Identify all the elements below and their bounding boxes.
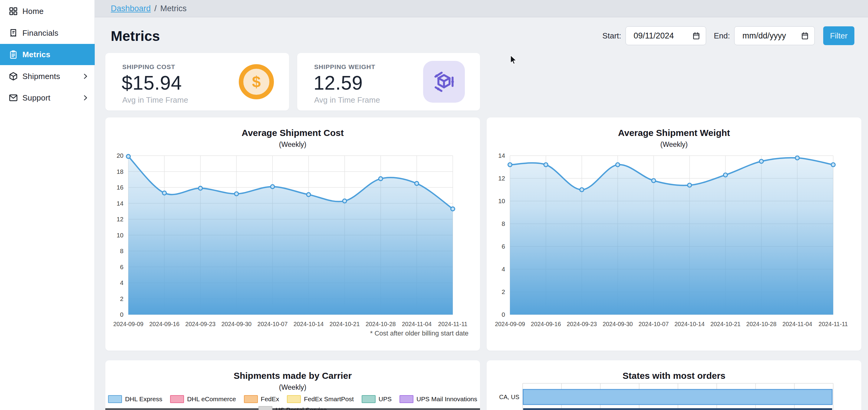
sidebar-item-label: Financials [22,28,58,38]
stat-card-value: $15.94 [122,72,182,94]
chart-area-fill [510,158,833,315]
start-date-input[interactable]: 09/11/2024 [626,26,706,45]
svg-text:12: 12 [498,175,505,182]
svg-text:2024-10-21: 2024-10-21 [710,321,741,327]
svg-text:2024-09-23: 2024-09-23 [566,321,597,327]
svg-text:2024-10-28: 2024-10-28 [366,321,396,327]
svg-text:14: 14 [498,152,505,159]
states-bar-chart: CA, US [487,379,861,410]
legend-item-dhl-express[interactable]: DHL Express [108,395,162,403]
end-date-label: End: [714,31,730,40]
avg-shipment-weight-chart-card: 024681012142024-09-092024-09-162024-09-2… [487,117,861,351]
svg-text:10: 10 [498,198,505,204]
svg-text:2024-09-16: 2024-09-16 [149,321,180,327]
legend-label: DHL Express [125,396,162,403]
avg-shipment-cost-chart-card: 024681012141618202024-09-092024-09-16202… [105,117,480,351]
sidebar-item-label: Support [22,93,50,102]
calendar-icon[interactable] [801,32,809,40]
svg-text:16: 16 [117,184,123,191]
avg-shipment-weight-chart: 024681012142024-09-092024-09-162024-09-2… [487,117,861,351]
states-most-orders-card: States with most orders CA, US [487,360,861,410]
sidebar-item-support[interactable]: Support [0,90,95,106]
legend-item-ups[interactable]: UPS [362,395,392,403]
stat-card-label: SHIPPING COST [122,63,175,70]
legend-label: FedEx SmartPost [304,396,354,403]
chart-subtitle: (Weekly) [105,141,480,149]
svg-text:10: 10 [117,232,123,239]
grid-icon [8,6,18,16]
svg-text:2024-09-23: 2024-09-23 [185,321,216,327]
package-dimensions-icon [423,61,465,102]
svg-text:0: 0 [120,311,123,318]
clipboard-icon [8,50,18,59]
svg-text:2024-10-21: 2024-10-21 [330,321,360,327]
states-bar-clipped [523,408,832,410]
end-date-input[interactable]: mm/dd/yyyy [734,26,815,45]
svg-text:2024-09-30: 2024-09-30 [221,321,251,327]
carrier-legend: DHL ExpressDHL eCommerceFedExFedEx Smart… [105,395,480,410]
legend-item-fedex-smartpost[interactable]: FedEx SmartPost [287,395,354,403]
svg-text:CA, US: CA, US [499,394,519,400]
svg-text:2024-10-28: 2024-10-28 [746,321,777,327]
chevron-right-icon [82,72,89,80]
svg-text:2024-10-14: 2024-10-14 [293,321,324,327]
legend-label: DHL eCommerce [187,396,236,403]
svg-text:4: 4 [502,266,505,272]
legend-label: FedEx [261,396,279,403]
sidebar-item-metrics[interactable]: Metrics [0,44,95,65]
legend-swatch [108,395,122,403]
states-bar-ca [523,389,832,405]
avg-shipment-cost-chart: 024681012141618202024-09-092024-09-16202… [105,117,480,351]
svg-text:2024-11-04: 2024-11-04 [402,321,432,327]
sidebar-item-financials[interactable]: Financials [0,25,95,40]
sidebar: HomeFinancialsMetricsShipmentsSupport [0,0,95,410]
legend-item-fedex[interactable]: FedEx [244,395,279,403]
legend-row: US Postal Service [105,406,480,410]
svg-text:6: 6 [502,243,505,250]
svg-text:2024-09-09: 2024-09-09 [113,321,144,327]
svg-text:2024-11-11: 2024-11-11 [438,321,468,327]
svg-text:6: 6 [120,263,123,270]
stat-card-label: SHIPPING WEIGHT [314,63,375,70]
svg-text:2: 2 [502,288,505,295]
legend-label: UPS [379,396,392,403]
svg-text:20: 20 [117,152,123,159]
svg-text:2024-11-04: 2024-11-04 [782,321,812,327]
sidebar-item-label: Shipments [22,72,60,81]
legend-swatch [244,395,258,403]
svg-text:18: 18 [117,168,123,175]
svg-text:0: 0 [502,311,505,318]
chart-footnote: * Cost after older billing start date [370,329,468,337]
legend-row: DHL ExpressDHL eCommerceFedExFedEx Smart… [105,395,480,403]
sidebar-item-shipments[interactable]: Shipments [0,69,95,84]
page-title: Metrics [111,28,160,44]
cube-icon [8,71,18,81]
svg-text:2024-10-07: 2024-10-07 [639,321,669,327]
svg-text:2024-09-16: 2024-09-16 [531,321,561,327]
start-date-value: 09/11/2024 [634,31,674,40]
mail-icon [8,93,18,102]
chart-title: Shipments made by Carrier [105,371,480,381]
calendar-icon[interactable] [692,32,700,40]
start-date-label: Start: [602,31,621,40]
sidebar-item-home[interactable]: Home [0,4,95,19]
legend-item-ups-mail-innovations[interactable]: UPS Mail Innovations [400,395,477,403]
mouse-cursor [508,54,519,65]
svg-text:2024-10-07: 2024-10-07 [257,321,288,327]
chart-subtitle: (Weekly) [105,383,480,391]
svg-text:14: 14 [117,200,123,207]
shipping-cost-card: SHIPPING COST $15.94 Avg in Time Frame $ [105,53,289,111]
chart-title: Average Shipment Weight [487,128,861,138]
filter-button[interactable]: Filter [823,26,855,45]
svg-text:2024-09-09: 2024-09-09 [495,321,525,327]
dollar-coin-icon: $ [239,64,274,99]
svg-text:2024-10-14: 2024-10-14 [674,321,705,327]
breadcrumb-separator: / [154,4,157,13]
legend-item-us-postal-service[interactable]: US Postal Service [258,406,327,410]
breadcrumb-dashboard-link[interactable]: Dashboard [111,4,151,13]
breadcrumb: Dashboard / Metrics [95,0,868,17]
svg-text:12: 12 [117,215,123,223]
legend-item-dhl-ecommerce[interactable]: DHL eCommerce [170,395,236,403]
svg-text:8: 8 [502,220,505,227]
metrics-dashboard-page: { "breadcrumb": { "link": "Dashboard", "… [0,0,868,410]
